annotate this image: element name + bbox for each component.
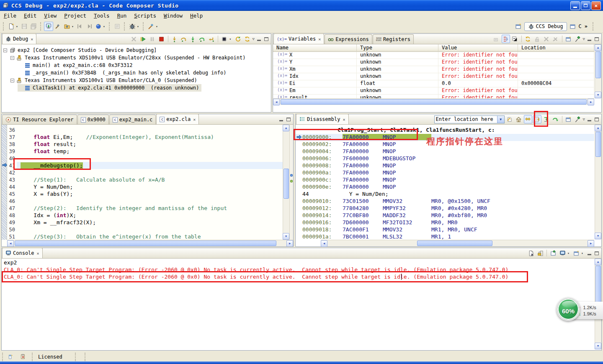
scroll-lock-icon[interactable] — [536, 249, 544, 257]
refresh-icon[interactable] — [243, 35, 252, 43]
overview-mark[interactable] — [290, 180, 293, 182]
remove-all-icon[interactable] — [551, 35, 560, 43]
edit-source-icon[interactable] — [113, 22, 122, 31]
code-line[interactable]: 51 //Step(3): Obtain the e^integer(x) fr… — [2, 233, 293, 240]
unlock-icon[interactable] — [533, 35, 541, 43]
debug-tree-row[interactable]: main() at exp2_main.c:68 0x3F3312 — [18, 62, 135, 69]
ccs-debug-perspective-button[interactable]: CCS Debug — [524, 22, 567, 31]
debug-config-dropdown[interactable]: ▾ — [137, 25, 141, 28]
refresh-icon[interactable] — [524, 35, 532, 43]
c-perspective-label[interactable]: C — [579, 23, 582, 29]
code-line[interactable]: 38 float result; — [2, 141, 293, 148]
tree-expander-icon[interactable]: − — [10, 56, 14, 60]
close-tab-icon[interactable]: ✕ — [193, 117, 196, 122]
disasm-row[interactable]: 00009018:7AC000F1MMOV32MR1, MR0, UNCF — [296, 226, 594, 233]
home-icon[interactable] — [515, 115, 523, 123]
close-tab-icon[interactable]: ✕ — [343, 117, 345, 122]
disasm-row[interactable]: 0000900a:7FA00000MNOP — [296, 169, 594, 177]
open-console-icon[interactable] — [572, 249, 580, 257]
debug-tree-row[interactable]: −exp2 [Code Composer Studio - Device Deb… — [3, 46, 159, 54]
disasm-row[interactable]: 00009010:73C01500MMOV32MR0, @0x1500, UNC… — [296, 198, 594, 205]
license-key-icon[interactable] — [18, 352, 28, 361]
new-file-dropdown[interactable]: ▾ — [16, 25, 20, 28]
code-line[interactable]: 44 Y = Num/Den; — [2, 183, 293, 190]
save-icon[interactable] — [20, 22, 29, 31]
disasm-row[interactable]: 00009016:7D600000MF32TOI32MR0, MR0 — [296, 219, 594, 226]
restart-icon[interactable] — [234, 35, 242, 43]
overview-mark[interactable] — [290, 174, 293, 177]
minimize-view-button[interactable] — [278, 116, 284, 122]
menu-item-help[interactable]: Help — [186, 12, 206, 20]
c-perspective-icon[interactable] — [568, 22, 577, 31]
table-row[interactable]: (x)=IdxunknownError: identifier not foun… — [273, 73, 594, 80]
run-config-dropdown[interactable]: ▾ — [156, 25, 160, 28]
tab-expressions[interactable]: Expressions — [325, 34, 372, 44]
display-console-dropdown[interactable]: ▾ — [567, 251, 571, 255]
code-line[interactable]: 46 — [2, 197, 293, 205]
code-line[interactable]: 41 __mdebugstop(); — [2, 162, 293, 169]
new-file-icon[interactable] — [7, 22, 16, 31]
location-input[interactable] — [435, 116, 497, 122]
cpu-mode-dropdown[interactable]: ▾ — [229, 37, 233, 41]
tab-0x9000[interactable]: c 0x9000 — [77, 115, 109, 124]
disassembly-vertical-scrollbar[interactable]: ▲▼ — [595, 125, 601, 239]
disasm-row[interactable]: 0000900c:7FA00000MNOP — [296, 177, 594, 184]
remove-selected-icon[interactable] — [542, 35, 551, 43]
tab-disassembly[interactable]: Disassembly ✕ — [296, 114, 349, 124]
close-tab-icon[interactable]: ✕ — [318, 37, 321, 41]
code-line[interactable]: 39 float temp; — [2, 148, 293, 155]
menu-item-view[interactable]: View — [40, 12, 60, 20]
disasm-row[interactable]: 00009006:7F600000MDEBUGSTOP — [296, 155, 594, 162]
open-console-dropdown[interactable]: ▾ — [581, 251, 585, 255]
minimize-view-button[interactable] — [586, 116, 593, 122]
maximize-view-button[interactable] — [593, 250, 600, 256]
variables-horizontal-scrollbar[interactable]: ◀▶ — [273, 98, 594, 105]
editor-breakpoint-margin[interactable] — [2, 125, 7, 240]
sync-navigation-icon[interactable] — [524, 115, 532, 123]
disasm-row[interactable]: 0000901a:7BC00001MLSL32MR1, 1 — [296, 233, 594, 239]
pin-console-icon[interactable] — [549, 249, 557, 257]
maximize-view-button[interactable] — [263, 36, 270, 42]
disasm-row[interactable]: 00009012:77804280MMPYF32MR0, #0x4280, MR… — [296, 205, 594, 212]
minimize-view-button[interactable] — [586, 36, 593, 42]
tab-exp2-cla[interactable]: c exp2.cla ✕ — [156, 114, 199, 124]
menu-item-project[interactable]: Project — [60, 12, 90, 20]
new-view-icon[interactable] — [564, 115, 573, 123]
step-over-icon[interactable] — [180, 35, 188, 43]
disasm-row[interactable]: 00009004:7FA00000MNOP — [296, 148, 594, 155]
column-header-value[interactable]: Value — [438, 44, 518, 52]
run-config-icon[interactable] — [147, 22, 156, 31]
cpu-mode-icon[interactable] — [220, 35, 229, 43]
restore-window-button[interactable] — [581, 1, 590, 10]
location-combo[interactable]: ▼ — [434, 115, 505, 123]
disasm-row[interactable]: 44 Y = Num/Den; — [296, 191, 594, 198]
view-menu-chevron[interactable]: ▽ — [253, 37, 255, 41]
menu-item-run[interactable]: Run — [113, 12, 131, 20]
tree-expander-icon[interactable]: − — [10, 79, 14, 82]
asm-step-over-icon[interactable] — [198, 35, 206, 43]
open-perspective-icon[interactable] — [514, 22, 523, 31]
pin-view-icon[interactable] — [574, 115, 582, 123]
minimize-view-button[interactable] — [586, 250, 593, 256]
menu-item-edit[interactable]: Edit — [20, 12, 40, 20]
variables-vertical-scrollbar[interactable]: ▲▼ — [595, 44, 601, 98]
editor-overview-ruler[interactable] — [289, 125, 293, 240]
debug-tree-row[interactable]: −Texas Instruments XDS100v1 USB Emulator… — [10, 54, 248, 62]
column-header-type[interactable]: Type — [357, 44, 438, 52]
table-row[interactable]: (x)=resultunknownError: identifier not f… — [273, 95, 594, 98]
console-output[interactable]: exp2CLA_0: Can't Single Step Target Prog… — [2, 259, 594, 350]
show-logical-structure-icon[interactable] — [502, 35, 510, 43]
clear-console-icon[interactable] — [527, 249, 535, 257]
new-view-icon[interactable] — [564, 35, 573, 43]
table-row[interactable]: (x)=EmunknownError: identifier not found… — [273, 87, 594, 95]
debug-tree-row[interactable]: Cla1Task1() at exp2.cla:41 0x00009000 (r… — [18, 84, 201, 92]
maximize-view-button[interactable] — [285, 116, 292, 122]
code-line[interactable]: 49 Xm = __mfracf32(X); — [2, 219, 293, 226]
remove-all-icon[interactable] — [130, 35, 138, 43]
view-menu-chevron[interactable]: ▽ — [583, 37, 585, 41]
tab-debug[interactable]: Debug ✕ — [2, 33, 36, 44]
maximize-view-button[interactable] — [593, 36, 600, 42]
view-menu-chevron[interactable]: ▽ — [583, 117, 585, 121]
step-back-icon[interactable] — [75, 22, 85, 31]
asm-step-into-icon[interactable] — [542, 115, 551, 123]
